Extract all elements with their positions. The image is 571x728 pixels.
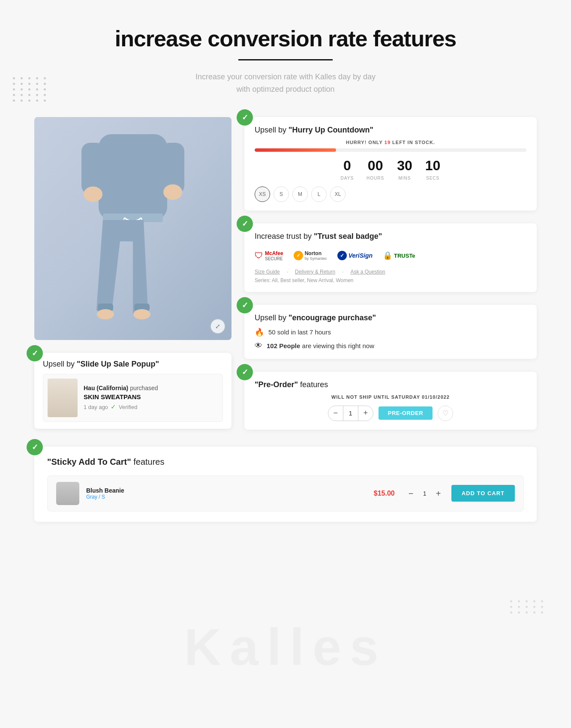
preorder-controls: − 1 + PRE-ORDER ♡ (255, 406, 526, 421)
svg-rect-1 (81, 143, 105, 194)
customer-name: Hau (California) purchased (84, 385, 158, 391)
sticky-cart-bar: Blush Beanie Gray / S $15.00 − 1 + ADD T… (47, 475, 524, 511)
categories-text: Series: All, Best seller, New Arrival, W… (255, 277, 526, 283)
preorder-box: ✓ "Pre-Order" features WILL NOT SHIP UNT… (244, 372, 537, 430)
countdown-check: ✓ (237, 109, 253, 126)
encourage-check: ✓ (237, 297, 253, 313)
truste-badge: 🔒 TRUSTe (383, 251, 415, 260)
sale-popup-content: Hau (California) purchased SKIN SWEATPAN… (43, 374, 223, 422)
countdown-days: 0 DAYS (341, 158, 354, 181)
countdown-title: Upsell by "Hurry Up Countdown" (255, 126, 526, 135)
expand-icon[interactable]: ⤢ (210, 319, 225, 334)
sticky-title: "Sticky Add To Cart" features (47, 457, 524, 467)
right-column: ✓ Upsell by "Hurry Up Countdown" HURRY! … (244, 117, 537, 430)
verisign-badge: ✓ VeriSign (337, 251, 373, 260)
mcafee-icon: 🛡 (255, 251, 263, 261)
trust-title: Increase trust by "Trust seal badge" (255, 232, 526, 241)
svg-rect-0 (99, 134, 167, 220)
stock-bar (255, 148, 526, 152)
preorder-qty-value: 1 (343, 406, 358, 421)
main-content: ⤢ ✓ Upsell by "Slide Up Sale Popup" Hau … (34, 117, 537, 430)
product-links: Size Guide · Delivery & Return · Ask a Q… (255, 269, 526, 275)
preorder-qty-minus[interactable]: − (328, 406, 343, 421)
preorder-qty-plus[interactable]: + (358, 406, 373, 421)
svg-point-4 (163, 184, 182, 200)
size-s[interactable]: S (273, 187, 289, 202)
product-image-container: ⤢ (34, 117, 231, 340)
encourage-item-2: 👁 102 People are viewing this right now (255, 341, 526, 350)
left-column: ⤢ ✓ Upsell by "Slide Up Sale Popup" Hau … (34, 117, 231, 430)
trust-badges-row: 🛡 McAfee SECURE ✓ Norton (255, 246, 526, 265)
cart-qty-value: 1 (419, 490, 431, 497)
header-section: increase conversion rate features Increa… (34, 26, 537, 96)
preorder-check: ✓ (237, 364, 253, 380)
cart-price: $15.00 (374, 490, 395, 497)
sale-popup-text: Hau (California) purchased SKIN SWEATPAN… (84, 385, 158, 411)
preorder-title: "Pre-Order" features (255, 380, 526, 389)
popup-product-name: SKIN SWEATPANS (84, 393, 158, 400)
add-to-cart-button[interactable]: ADD TO CART (451, 485, 515, 502)
norton-badge: ✓ Norton by Symantec (294, 250, 327, 261)
product-svg (73, 126, 193, 331)
countdown-box: ✓ Upsell by "Hurry Up Countdown" HURRY! … (244, 117, 537, 211)
slide-popup-title: Upsell by "Slide Up Sale Popup" (43, 360, 223, 369)
subtitle: Increase your conversion rate with Kalle… (34, 71, 537, 96)
verified-icon: ✓ (111, 403, 116, 411)
page-title: increase conversion rate features (34, 26, 537, 51)
size-xl[interactable]: XL (330, 187, 346, 202)
cart-product-info: Blush Beanie Gray / S (86, 487, 367, 500)
wishlist-button[interactable]: ♡ (438, 406, 453, 421)
cart-product-name: Blush Beanie (86, 487, 367, 494)
sticky-cart-section: ✓ "Sticky Add To Cart" features Blush Be… (34, 447, 537, 522)
size-l[interactable]: L (311, 187, 327, 202)
cart-product-variant[interactable]: Gray / S (86, 494, 367, 500)
size-options: XS S M L XL (255, 187, 526, 202)
preorder-button[interactable]: PRE-ORDER (379, 406, 433, 420)
countdown-mins: 30 MINS (397, 158, 412, 181)
encourage-items: 🔥 50 sold in last 7 hours 👁 102 People a… (255, 328, 526, 350)
cart-qty-minus[interactable]: − (405, 487, 417, 499)
product-main-image (34, 117, 231, 340)
verisign-icon: ✓ (337, 251, 347, 260)
slide-up-popup-box: ✓ Upsell by "Slide Up Sale Popup" Hau (C… (34, 353, 231, 429)
trust-badge-box: ✓ Increase trust by "Trust seal badge" 🛡… (244, 223, 537, 292)
slide-popup-check: ✓ (27, 345, 43, 361)
time-verified: 1 day ago ✓ Verified (84, 403, 158, 411)
watermark-text: Kalles (184, 617, 387, 677)
countdown-content: HURRY! ONLY 19 LEFT IN STOCK. 0 DAYS 00 … (255, 140, 526, 202)
stock-bar-fill (255, 148, 336, 152)
countdown-hours: 00 HOURS (367, 158, 384, 181)
preorder-ship-notice: WILL NOT SHIP UNTIL SATURDAY 01/10/2022 (255, 394, 526, 400)
fire-icon: 🔥 (255, 328, 264, 337)
countdown-numbers: 0 DAYS 00 HOURS 30 MINS 10 (255, 158, 526, 181)
cart-product-thumbnail (56, 482, 79, 505)
sticky-check: ✓ (27, 439, 43, 455)
norton-icon: ✓ (294, 251, 303, 260)
title-divider (238, 59, 333, 60)
truste-icon: 🔒 (383, 251, 392, 260)
preorder-qty-control: − 1 + (328, 406, 373, 421)
mcafee-badge: 🛡 McAfee SECURE (255, 250, 283, 261)
svg-point-11 (133, 309, 150, 319)
cart-qty-plus[interactable]: + (433, 487, 445, 499)
size-xs[interactable]: XS (255, 187, 270, 202)
hurry-text: HURRY! ONLY 19 LEFT IN STOCK. (255, 140, 526, 145)
countdown-secs: 10 SECS (425, 158, 441, 181)
svg-point-3 (84, 187, 102, 202)
svg-point-10 (97, 309, 114, 319)
size-m[interactable]: M (292, 187, 308, 202)
background-dots-2 (510, 600, 545, 614)
encourage-box: ✓ Upsell by "encougrage purchase" 🔥 50 s… (244, 305, 537, 359)
encourage-item-1: 🔥 50 sold in last 7 hours (255, 328, 526, 337)
encourage-title: Upsell by "encougrage purchase" (255, 313, 526, 322)
eye-icon: 👁 (255, 341, 262, 350)
cart-qty-control: − 1 + (405, 487, 445, 499)
sale-popup-image (48, 379, 78, 417)
trust-check: ✓ (237, 216, 253, 232)
